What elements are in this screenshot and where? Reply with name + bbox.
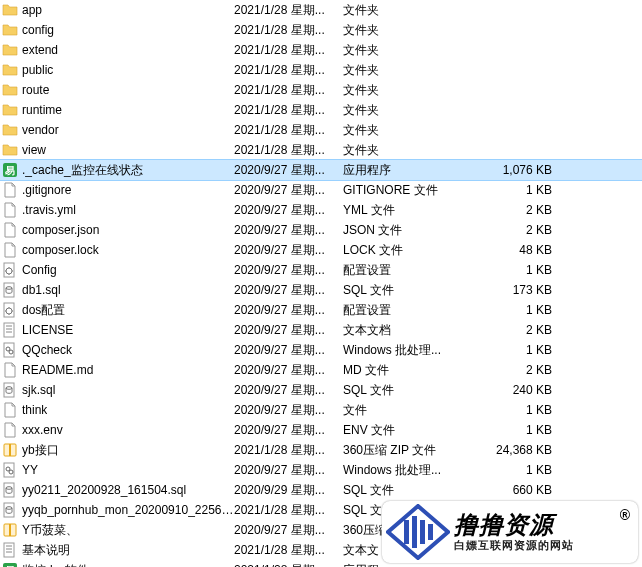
file-name-label: YY <box>22 460 38 480</box>
file-row[interactable]: xxx.env2020/9/27 星期...ENV 文件1 KB <box>0 420 642 440</box>
file-date-cell: 2021/1/28 星期... <box>234 100 343 120</box>
file-date-cell: 2020/9/27 星期... <box>234 380 343 400</box>
file-name-cell[interactable]: 易._cache_监控在线状态 <box>0 160 234 180</box>
file-row[interactable]: Config2020/9/27 星期...配置设置1 KB <box>0 260 642 280</box>
file-name-cell[interactable]: view <box>0 140 234 160</box>
file-name-cell[interactable]: .gitignore <box>0 180 234 200</box>
file-name-cell[interactable]: route <box>0 80 234 100</box>
file-type-cell: 文件夹 <box>343 140 477 160</box>
file-name-cell[interactable]: app <box>0 0 234 20</box>
file-name-label: xxx.env <box>22 420 63 440</box>
file-name-label: Config <box>22 260 57 280</box>
file-date-cell: 2020/9/27 星期... <box>234 520 343 540</box>
file-name-cell[interactable]: .travis.yml <box>0 200 234 220</box>
file-name-cell[interactable]: Y币菠菜、 <box>0 520 234 540</box>
file-size-cell: 1 KB <box>477 460 558 480</box>
file-name-cell[interactable]: composer.json <box>0 220 234 240</box>
file-name-cell[interactable]: yb接口 <box>0 440 234 460</box>
sql-icon <box>2 502 18 518</box>
file-row[interactable]: extend2021/1/28 星期...文件夹 <box>0 40 642 60</box>
file-row[interactable]: 易._cache_监控在线状态2020/9/27 星期...应用程序1,076 … <box>0 160 642 180</box>
file-row[interactable]: vendor2021/1/28 星期...文件夹 <box>0 120 642 140</box>
file-icon <box>2 182 18 198</box>
file-name-label: composer.lock <box>22 240 99 260</box>
file-name-cell[interactable]: QQcheck <box>0 340 234 360</box>
file-row[interactable]: QQcheck2020/9/27 星期...Windows 批处理...1 KB <box>0 340 642 360</box>
file-row[interactable]: view2021/1/28 星期...文件夹 <box>0 140 642 160</box>
file-name-cell[interactable]: extend <box>0 40 234 60</box>
file-row[interactable]: config2021/1/28 星期...文件夹 <box>0 20 642 40</box>
file-type-cell: 配置设置 <box>343 300 477 320</box>
file-name-cell[interactable]: config <box>0 20 234 40</box>
bat-icon <box>2 462 18 478</box>
file-date-cell: 2020/9/27 星期... <box>234 180 343 200</box>
file-name-cell[interactable]: think <box>0 400 234 420</box>
file-name-label: .gitignore <box>22 180 71 200</box>
zip-icon <box>2 522 18 538</box>
file-row[interactable]: public2021/1/28 星期...文件夹 <box>0 60 642 80</box>
file-name-cell[interactable]: YY <box>0 460 234 480</box>
file-row[interactable]: think2020/9/27 星期...文件1 KB <box>0 400 642 420</box>
svg-text:易: 易 <box>4 165 15 176</box>
file-row[interactable]: .gitignore2020/9/27 星期...GITIGNORE 文件1 K… <box>0 180 642 200</box>
file-size-cell: 1 KB <box>477 420 558 440</box>
file-name-cell[interactable]: xxx.env <box>0 420 234 440</box>
watermark-overlay: 撸撸资源 白嫖互联网资源的网站 ® <box>382 501 638 563</box>
file-row[interactable]: runtime2021/1/28 星期...文件夹 <box>0 100 642 120</box>
file-name-cell[interactable]: yyqb_pornhub_mon_20200910_22565... <box>0 500 234 520</box>
file-row[interactable]: .travis.yml2020/9/27 星期...YML 文件2 KB <box>0 200 642 220</box>
file-name-cell[interactable]: db1.sql <box>0 280 234 300</box>
file-date-cell: 2020/9/27 星期... <box>234 360 343 380</box>
svg-rect-39 <box>420 520 425 544</box>
file-size-cell: 1 KB <box>477 400 558 420</box>
file-name-label: LICENSE <box>22 320 73 340</box>
file-name-label: 监控dos软件 <box>22 560 89 567</box>
file-name-cell[interactable]: runtime <box>0 100 234 120</box>
file-row[interactable]: composer.lock2020/9/27 星期...LOCK 文件48 KB <box>0 240 642 260</box>
file-name-cell[interactable]: yy0211_20200928_161504.sql <box>0 480 234 500</box>
file-list[interactable]: app2021/1/28 星期...文件夹config2021/1/28 星期.… <box>0 0 642 567</box>
folder-icon <box>2 2 18 18</box>
file-name-cell[interactable]: 易监控dos软件 <box>0 560 234 567</box>
file-size-cell: 2 KB <box>477 220 558 240</box>
file-type-cell: GITIGNORE 文件 <box>343 180 477 200</box>
file-type-cell: SQL 文件 <box>343 480 477 500</box>
file-date-cell: 2021/1/28 星期... <box>234 440 343 460</box>
file-name-cell[interactable]: dos配置 <box>0 300 234 320</box>
file-name-label: composer.json <box>22 220 99 240</box>
file-row[interactable]: YY2020/9/27 星期...Windows 批处理...1 KB <box>0 460 642 480</box>
file-row[interactable]: sjk.sql2020/9/27 星期...SQL 文件240 KB <box>0 380 642 400</box>
file-icon <box>2 242 18 258</box>
file-row[interactable]: db1.sql2020/9/27 星期...SQL 文件173 KB <box>0 280 642 300</box>
file-size-cell: 1,076 KB <box>477 160 558 180</box>
file-name-label: route <box>22 80 49 100</box>
txt-icon <box>2 322 18 338</box>
file-name-cell[interactable]: README.md <box>0 360 234 380</box>
file-row[interactable]: README.md2020/9/27 星期...MD 文件2 KB <box>0 360 642 380</box>
file-name-cell[interactable]: public <box>0 60 234 80</box>
file-size-cell: 24,368 KB <box>477 440 558 460</box>
file-row[interactable]: dos配置2020/9/27 星期...配置设置1 KB <box>0 300 642 320</box>
file-date-cell: 2021/1/28 星期... <box>234 0 343 20</box>
file-name-cell[interactable]: 基本说明 <box>0 540 234 560</box>
file-date-cell: 2021/1/28 星期... <box>234 20 343 40</box>
file-icon <box>2 222 18 238</box>
cfg-icon <box>2 262 18 278</box>
file-row[interactable]: route2021/1/28 星期...文件夹 <box>0 80 642 100</box>
bat-icon <box>2 342 18 358</box>
file-icon <box>2 402 18 418</box>
file-row[interactable]: app2021/1/28 星期...文件夹 <box>0 0 642 20</box>
file-name-label: vendor <box>22 120 59 140</box>
file-type-cell: 配置设置 <box>343 260 477 280</box>
file-row[interactable]: composer.json2020/9/27 星期...JSON 文件2 KB <box>0 220 642 240</box>
file-row[interactable]: yy0211_20200928_161504.sql2020/9/29 星期..… <box>0 480 642 500</box>
file-name-cell[interactable]: LICENSE <box>0 320 234 340</box>
file-date-cell: 2020/9/27 星期... <box>234 340 343 360</box>
file-name-cell[interactable]: sjk.sql <box>0 380 234 400</box>
file-row[interactable]: yb接口2021/1/28 星期...360压缩 ZIP 文件24,368 KB <box>0 440 642 460</box>
file-name-cell[interactable]: composer.lock <box>0 240 234 260</box>
file-name-cell[interactable]: vendor <box>0 120 234 140</box>
file-size-cell: 48 KB <box>477 240 558 260</box>
file-name-cell[interactable]: Config <box>0 260 234 280</box>
file-row[interactable]: LICENSE2020/9/27 星期...文本文档2 KB <box>0 320 642 340</box>
